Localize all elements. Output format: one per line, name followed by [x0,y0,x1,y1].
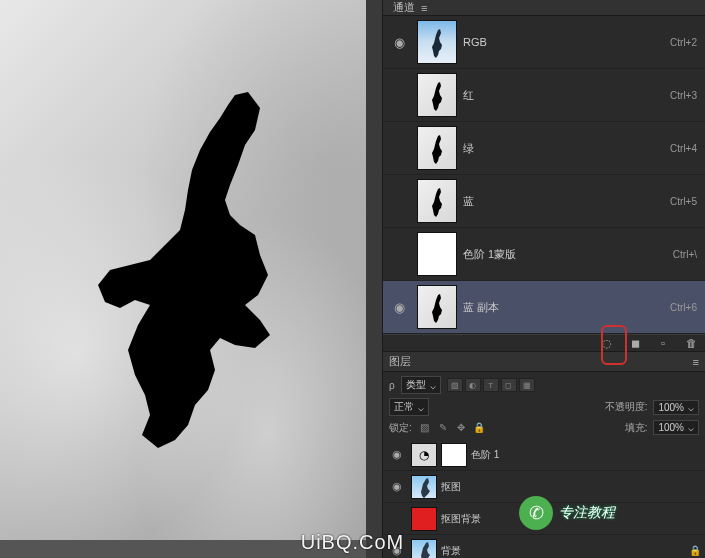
filter-shape-icon[interactable]: ◻ [501,378,517,392]
blend-mode-select[interactable]: 正常 ⌵ [389,398,429,416]
vertical-scrollbar[interactable] [366,0,382,558]
opacity-label: 不透明度: [605,400,648,414]
channels-panel-header: 通道 ≡ [383,0,705,16]
fill-label: 填充: [625,421,648,435]
lock-icon: 🔒 [689,545,701,556]
layer-name: 背景 [441,544,461,558]
channel-thumbnail [417,126,457,170]
layer-thumbnail [411,539,437,559]
layers-panel-header: 图层 ≡ [383,352,705,372]
layer-thumbnail [411,507,437,531]
save-selection-icon[interactable]: ◼ [627,335,643,351]
channel-name: 红 [463,88,670,103]
lock-paint-icon[interactable]: ✎ [436,421,450,435]
layer-thumbnail: ◔ [411,443,437,467]
lock-label: 锁定: [389,421,412,435]
layers-title: 图层 [389,354,411,369]
channel-thumbnail [417,73,457,117]
layer-name: 抠图背景 [441,512,481,526]
channel-thumbnail [417,179,457,223]
watermark-text: 专注教程 [559,504,615,522]
channel-shortcut: Ctrl+2 [670,37,697,48]
channel-shortcut: Ctrl+6 [670,302,697,313]
right-panel: 通道 ≡ ◉ RGB Ctrl+2 红 Ctrl+3 [382,0,705,558]
channel-blue-copy[interactable]: ◉ 蓝 副本 Ctrl+6 [383,281,705,334]
panel-menu-icon[interactable]: ≡ [693,356,699,368]
panel-menu-icon[interactable]: ≡ [421,2,427,14]
channel-name: 蓝 副本 [463,300,670,315]
lock-all-icon[interactable]: 🔒 [472,421,486,435]
layer-thumbnail [411,475,437,499]
eye-icon[interactable]: ◉ [387,35,411,50]
layer-mask-thumbnail [441,443,467,467]
layer-kind-filter[interactable]: 类型 ⌵ [401,376,441,394]
filter-pixel-icon[interactable]: ▧ [447,378,463,392]
filter-adjust-icon[interactable]: ◐ [465,378,481,392]
channel-name: RGB [463,36,670,48]
layer-levels[interactable]: ◉ ◔ 色阶 1 [383,439,705,471]
watermark-url: UiBQ.CoM [301,531,405,554]
delete-channel-icon[interactable]: 🗑 [683,335,699,351]
lock-transparent-icon[interactable]: ▨ [418,421,432,435]
load-selection-icon[interactable]: ◌ [599,335,615,351]
layer-background[interactable]: ◉ 背景 🔒 [383,535,705,558]
fill-input[interactable]: 100% ⌵ [653,420,699,435]
eye-icon[interactable]: ◉ [387,448,407,461]
silhouette-figure [80,90,320,460]
channels-list: ◉ RGB Ctrl+2 红 Ctrl+3 绿 [383,16,705,334]
channel-shortcut: Ctrl+3 [670,90,697,101]
layer-name: 色阶 1 [471,448,499,462]
channel-name: 绿 [463,141,670,156]
new-channel-icon[interactable]: ▫ [655,335,671,351]
filter-smart-icon[interactable]: ▦ [519,378,535,392]
eye-icon[interactable]: ◉ [387,480,407,493]
channel-green[interactable]: 绿 Ctrl+4 [383,122,705,175]
channel-red[interactable]: 红 Ctrl+3 [383,69,705,122]
lock-position-icon[interactable]: ✥ [454,421,468,435]
channels-footer: ◌ ◼ ▫ 🗑 [383,334,705,351]
channel-levels-mask[interactable]: 色阶 1蒙版 Ctrl+\ [383,228,705,281]
canvas-area[interactable] [0,0,382,558]
channel-thumbnail [417,232,457,276]
channel-shortcut: Ctrl+\ [673,249,697,260]
wechat-icon: ✆ [519,496,553,530]
channel-shortcut: Ctrl+4 [670,143,697,154]
layer-name: 抠图 [441,480,461,494]
channel-name: 蓝 [463,194,670,209]
channel-thumbnail [417,285,457,329]
watermark-brand: ✆ 专注教程 [519,496,615,530]
channel-thumbnail [417,20,457,64]
document-canvas[interactable] [0,0,382,540]
channel-shortcut: Ctrl+5 [670,196,697,207]
layers-controls: ρ 类型 ⌵ ▧ ◐ T ◻ ▦ 正常 ⌵ 不透明度: 100% ⌵ [383,372,705,439]
eye-icon[interactable]: ◉ [387,300,411,315]
filter-type-icon[interactable]: T [483,378,499,392]
channels-title: 通道 [393,0,415,15]
opacity-input[interactable]: 100% ⌵ [653,400,699,415]
channel-rgb[interactable]: ◉ RGB Ctrl+2 [383,16,705,69]
channel-name: 色阶 1蒙版 [463,247,673,262]
channel-blue[interactable]: 蓝 Ctrl+5 [383,175,705,228]
